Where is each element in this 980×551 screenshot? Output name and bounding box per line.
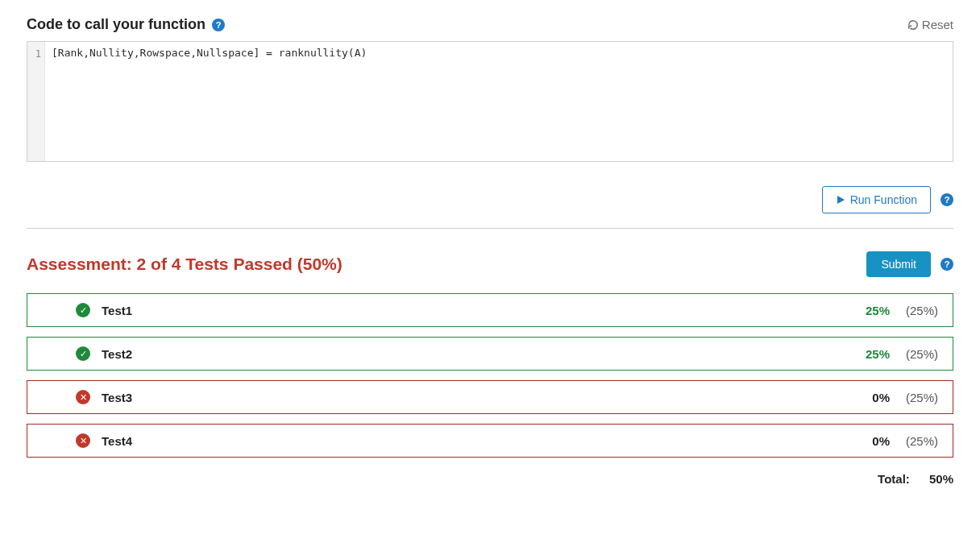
check-circle-icon: ✓ — [76, 346, 90, 361]
test-name: Test1 — [102, 304, 841, 317]
test-row[interactable]: ✕Test30%(25%) — [27, 380, 953, 414]
main-container: Code to call your function ? Reset 1 [Ra… — [27, 0, 953, 502]
reset-label: Reset — [922, 18, 953, 31]
code-section-title: Code to call your function ? — [27, 16, 225, 33]
test-score: 25% — [841, 304, 890, 317]
test-row[interactable]: ✓Test125%(25%) — [27, 293, 953, 327]
test-name: Test4 — [102, 434, 841, 448]
test-name: Test2 — [102, 347, 841, 361]
tests-list: ✓Test125%(25%)✓Test225%(25%)✕Test30%(25%… — [27, 293, 953, 458]
test-weight: (25%) — [890, 304, 938, 317]
test-weight: (25%) — [890, 434, 938, 448]
test-score: 25% — [841, 347, 890, 361]
submit-group: Submit ? — [866, 251, 953, 277]
test-row[interactable]: ✕Test40%(25%) — [27, 424, 953, 458]
assessment-header: Assessment: 2 of 4 Tests Passed (50%) Su… — [27, 251, 953, 277]
line-number: 1 — [27, 47, 44, 61]
help-icon[interactable]: ? — [212, 19, 225, 31]
test-name: Test3 — [102, 391, 841, 404]
x-circle-icon: ✕ — [76, 390, 90, 404]
submit-button[interactable]: Submit — [866, 251, 931, 277]
check-circle-icon: ✓ — [76, 303, 90, 317]
play-icon — [836, 195, 845, 205]
line-gutter: 1 — [27, 42, 45, 161]
code-editor[interactable]: 1 [Rank,Nullity,Rowspace,Nullspace] = ra… — [27, 41, 953, 162]
test-score: 0% — [841, 391, 890, 404]
reset-icon — [907, 19, 919, 31]
test-row[interactable]: ✓Test225%(25%) — [27, 337, 953, 371]
test-weight: (25%) — [890, 391, 938, 404]
reset-button[interactable]: Reset — [907, 18, 953, 31]
total-label: Total: — [878, 472, 910, 486]
x-circle-icon: ✕ — [76, 433, 90, 448]
total-row: Total: 50% — [27, 472, 953, 486]
run-function-button[interactable]: Run Function — [822, 186, 931, 213]
help-icon[interactable]: ? — [941, 258, 953, 271]
assessment-title: Assessment: 2 of 4 Tests Passed (50%) — [27, 255, 343, 274]
run-button-label: Run Function — [850, 193, 917, 206]
test-score: 0% — [841, 434, 890, 448]
run-row: Run Function ? — [27, 186, 953, 213]
help-icon[interactable]: ? — [941, 193, 953, 206]
section-divider — [27, 228, 953, 229]
code-section-header: Code to call your function ? Reset — [27, 16, 953, 33]
test-weight: (25%) — [890, 347, 938, 361]
total-value: 50% — [929, 472, 953, 486]
code-area[interactable]: [Rank,Nullity,Rowspace,Nullspace] = rank… — [45, 42, 953, 161]
code-title-text: Code to call your function — [27, 16, 206, 33]
